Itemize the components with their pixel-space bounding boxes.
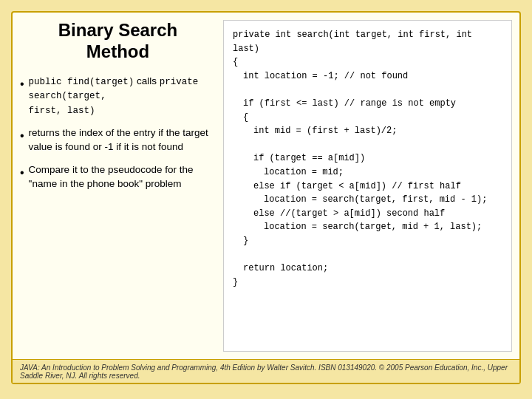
code-line-2: { <box>233 55 502 69</box>
code-line-15: } <box>243 234 502 248</box>
footer-text: JAVA: An Introduction to Problem Solving… <box>20 364 512 380</box>
code-line-3: int location = -1; // not found <box>243 69 502 83</box>
code-line-13: else //(target > a[mid]) second half <box>253 207 502 221</box>
bullet-item: • Compare it to the pseudocode for the "… <box>20 163 216 191</box>
code-line-16 <box>233 248 502 262</box>
code-line-6: { <box>243 111 502 125</box>
code-line-4 <box>233 83 502 97</box>
code-line-7: int mid = (first + last)/2; <box>253 124 502 138</box>
bullet-list: • public find(target) calls private sear… <box>20 75 216 191</box>
code-line-1: private int search(int target, int first… <box>233 28 502 55</box>
bullet-item: • public find(target) calls private sear… <box>20 75 216 118</box>
code-line-14: location = search(target, mid + 1, last)… <box>264 220 502 234</box>
code-line-8 <box>233 138 502 152</box>
bullet-icon: • <box>20 165 24 191</box>
bullet-text-2: returns the index of the entry if the ta… <box>29 126 216 154</box>
code-line-9: if (target == a[mid]) <box>253 151 502 166</box>
code-line-18: } <box>233 276 502 290</box>
bullet-icon: • <box>20 128 24 154</box>
code-line-12: location = search(target, first, mid - 1… <box>264 193 502 207</box>
slide-title: Binary Search Method <box>20 20 216 63</box>
left-panel: Binary Search Method • public find(targe… <box>20 20 216 352</box>
bullet-text-3: Compare it to the pseudocode for the "na… <box>29 163 216 191</box>
title-box: Binary Search Method <box>20 20 216 63</box>
code-line-10: location = mid; <box>264 166 502 180</box>
code-line-17: return location; <box>243 262 502 276</box>
bullet-text-1: public find(target) calls private search… <box>29 75 216 118</box>
footer: JAVA: An Introduction to Problem Solving… <box>13 359 519 383</box>
bullet-item: • returns the index of the entry if the … <box>20 126 216 154</box>
code-panel: private int search(int target, int first… <box>223 20 512 352</box>
code-line-11: else if (target < a[mid]) // first half <box>253 180 502 194</box>
code-line-5: if (first <= last) // range is not empty <box>243 97 502 111</box>
slide: Binary Search Method • public find(targe… <box>11 11 521 384</box>
bullet-icon: • <box>20 76 24 118</box>
slide-content: Binary Search Method • public find(targe… <box>13 13 519 359</box>
